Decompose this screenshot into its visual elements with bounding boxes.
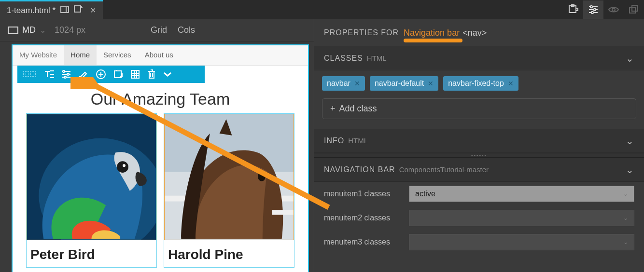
canvas-pane: MD ⌄ 1024 px Grid Cols My Website Home S… [0, 19, 314, 272]
chevron-down-icon: ⌄ [623, 215, 628, 221]
selection-toolbar [17, 66, 205, 83]
chevron-down-icon: ⌄ [626, 164, 634, 176]
viewport-width: 1024 px [55, 25, 85, 35]
property-label: menuitem2 classes [324, 214, 401, 222]
svg-rect-7 [576, 8, 578, 11]
svg-point-25 [64, 76, 66, 78]
card-name: Peter Bird [27, 240, 156, 267]
class-chips: navbar✕ navbar-default✕ navbar-fixed-top… [314, 70, 644, 95]
tabbar-actions [563, 0, 644, 19]
breakpoint-label: MD [22, 25, 36, 35]
svg-point-12 [594, 9, 596, 11]
classes-section-header[interactable]: CLASSESHTML ⌄ [314, 46, 644, 70]
section-heading[interactable]: Our Amazing Team [13, 90, 308, 109]
svg-rect-45 [272, 210, 294, 215]
more-chevron-icon[interactable] [163, 71, 172, 77]
team-card[interactable]: Peter Bird [26, 113, 157, 268]
highlight-annotation [404, 39, 462, 42]
property-select[interactable]: active ⌄ [409, 186, 634, 202]
chevron-down-icon: ⌄ [623, 190, 628, 197]
info-section-header[interactable]: INFOHTML ⌄ [314, 129, 644, 153]
drag-handle-icon[interactable] [22, 70, 37, 78]
svg-point-39 [117, 161, 128, 173]
paint-icon[interactable] [78, 69, 89, 79]
file-tab[interactable]: 1-team.html * × [0, 0, 103, 19]
property-select[interactable]: ⌄ [409, 210, 634, 226]
duplicate-panel-icon[interactable] [624, 0, 644, 19]
remove-icon[interactable]: ✕ [508, 80, 514, 87]
svg-rect-2 [74, 6, 81, 12]
chevron-down-icon: ⌄ [626, 53, 634, 64]
svg-point-24 [67, 73, 69, 75]
class-chip[interactable]: navbar✕ [322, 76, 365, 91]
class-chip[interactable]: navbar-fixed-top✕ [443, 76, 518, 91]
nav-item-home[interactable]: Home [64, 45, 97, 65]
site-navbar[interactable]: My Website Home Services About us [13, 45, 308, 66]
svg-point-44 [258, 172, 266, 181]
text-edit-icon[interactable] [43, 69, 54, 79]
svg-point-14 [612, 8, 615, 11]
chevron-down-icon: ⌄ [623, 239, 628, 245]
cards-row: Peter Bird [13, 113, 308, 268]
property-row: menuitem1 classes active ⌄ [314, 182, 644, 206]
card-name: Harold Pine [164, 240, 294, 267]
property-row: menuitem2 classes ⌄ [314, 206, 644, 230]
svg-point-23 [63, 70, 65, 72]
remove-icon[interactable]: ✕ [354, 80, 360, 87]
device-icon[interactable] [60, 6, 69, 15]
svg-point-11 [590, 6, 592, 8]
options-icon[interactable] [61, 70, 71, 79]
plus-icon: + [330, 104, 336, 114]
property-row: menuitem3 classes ⌄ [314, 230, 644, 254]
tab-filename: 1-team.html * [7, 6, 56, 15]
panel-resize-handle[interactable] [314, 153, 644, 158]
svg-point-40 [123, 164, 126, 167]
properties-panel-icon[interactable] [583, 0, 603, 19]
add-icon[interactable] [96, 69, 106, 80]
svg-rect-30 [131, 70, 139, 78]
remove-icon[interactable]: ✕ [428, 80, 434, 87]
breakpoint-selector[interactable]: MD ⌄ [8, 25, 46, 35]
nav-item-about[interactable]: About us [138, 45, 180, 65]
svg-rect-0 [61, 7, 69, 13]
nav-item-services[interactable]: Services [97, 45, 138, 65]
class-chip[interactable]: navbar-default✕ [370, 76, 438, 91]
property-select[interactable]: ⌄ [409, 234, 634, 250]
close-tab-icon[interactable]: × [87, 5, 96, 16]
canvas-header: MD ⌄ 1024 px Grid Cols [0, 19, 314, 41]
properties-for-label: PROPERTIES FOR [324, 28, 399, 37]
grid-toggle[interactable]: Grid [151, 25, 167, 35]
trash-icon[interactable] [147, 69, 156, 80]
selected-element-tag: <nav> [462, 28, 487, 38]
viewport-icon [8, 27, 18, 34]
svg-point-13 [591, 12, 593, 14]
properties-for-header: PROPERTIES FOR Navigation bar <nav> [314, 19, 644, 46]
chevron-down-icon: ⌄ [40, 26, 46, 35]
chevron-down-icon: ⌄ [626, 135, 634, 147]
new-panel-icon[interactable] [74, 5, 83, 15]
grid-icon[interactable] [130, 69, 140, 79]
page-canvas[interactable]: My Website Home Services About us O [13, 45, 308, 272]
team-card[interactable]: Harold Pine [164, 113, 294, 268]
add-class-button[interactable]: + Add class [322, 98, 636, 119]
selected-element-name: Navigation bar [404, 28, 460, 38]
cols-toggle[interactable]: Cols [178, 25, 195, 35]
tab-bar: 1-team.html * × [0, 0, 644, 19]
site-brand[interactable]: My Website [13, 45, 64, 65]
property-label: menuitem1 classes [324, 190, 401, 198]
svg-rect-5 [569, 6, 576, 13]
visibility-icon[interactable] [603, 0, 624, 19]
extensions-icon[interactable] [563, 0, 583, 19]
component-section-header[interactable]: NAVIGATION BARComponentsTutorial-master … [314, 158, 644, 182]
card-image[interactable] [164, 114, 294, 240]
properties-panel: PROPERTIES FOR Navigation bar <nav> CLAS… [314, 19, 644, 272]
property-label: menuitem3 classes [324, 238, 401, 246]
duplicate-icon[interactable] [113, 69, 124, 79]
card-image[interactable] [27, 114, 156, 240]
